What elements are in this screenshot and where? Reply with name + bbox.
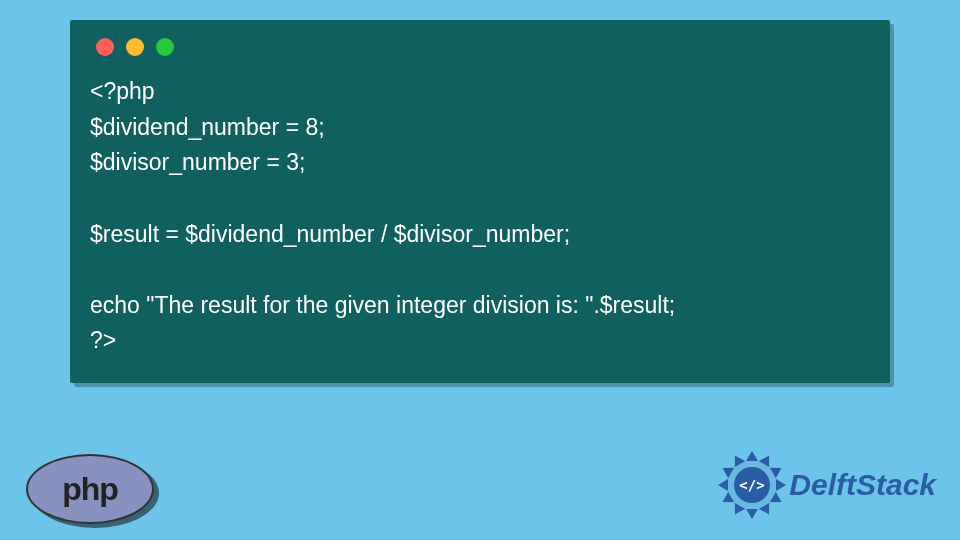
code-block: <?php $dividend_number = 8; $divisor_num… (90, 74, 870, 359)
code-line: $result = $dividend_number / $divisor_nu… (90, 221, 570, 247)
code-window: <?php $dividend_number = 8; $divisor_num… (70, 20, 890, 383)
window-controls (90, 38, 870, 56)
php-logo: php (26, 454, 154, 524)
close-dot-icon (96, 38, 114, 56)
code-line: <?php (90, 78, 155, 104)
delftstack-label: DelftStack (789, 468, 936, 502)
php-logo-ellipse-icon: php (26, 454, 154, 524)
code-line: $divisor_number = 3; (90, 149, 305, 175)
code-line: $dividend_number = 8; (90, 114, 325, 140)
delftstack-logo: </> DelftStack (717, 450, 936, 520)
code-line: echo "The result for the given integer d… (90, 292, 675, 318)
maximize-dot-icon (156, 38, 174, 56)
svg-marker-6 (746, 509, 758, 519)
svg-marker-9 (718, 479, 728, 491)
code-line: ?> (90, 327, 116, 353)
svg-marker-0 (746, 451, 758, 461)
minimize-dot-icon (126, 38, 144, 56)
svg-marker-3 (776, 479, 786, 491)
php-logo-text: php (62, 471, 118, 508)
delftstack-gear-icon: </> (717, 450, 787, 520)
svg-text:</>: </> (740, 477, 765, 493)
